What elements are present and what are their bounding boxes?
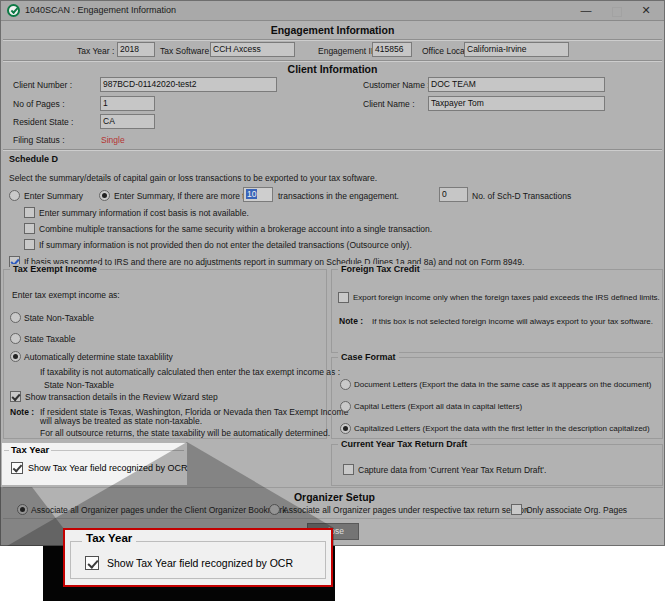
customer-name-field[interactable]: DOC TEAM bbox=[428, 77, 605, 92]
no-of-pages-field[interactable]: 1 bbox=[100, 96, 155, 111]
foreign-tax-credit-title: Foreign Tax Credit bbox=[338, 264, 423, 274]
show-transaction-details-label: Show transaction details in the Review W… bbox=[25, 392, 218, 402]
no-of-pages-label: No of Pages : bbox=[13, 99, 65, 109]
state-non-taxable-label: State Non-Taxable bbox=[24, 313, 94, 323]
state-non-taxable-radio[interactable] bbox=[10, 312, 21, 323]
maximize-icon bbox=[612, 7, 622, 17]
filing-status-value: Single bbox=[101, 135, 125, 145]
auto-determine-radio[interactable] bbox=[10, 351, 21, 362]
foreign-tax-note-label: Note : bbox=[339, 316, 363, 326]
foreign-tax-note-text: If this box is not selected foreign inco… bbox=[372, 317, 653, 326]
engagement-information-dialog: 1040SCAN : Engagement Information — ✕ En… bbox=[0, 0, 665, 546]
enter-summary-more-label: Enter Summary, If there are more than bbox=[114, 191, 259, 201]
callout-show-tax-year-ocr-checkbox[interactable] bbox=[85, 556, 99, 570]
client-information-header: Client Information bbox=[1, 63, 664, 75]
client-name-field[interactable]: Taxpayer Tom bbox=[428, 96, 605, 111]
close-window-button[interactable]: ✕ bbox=[634, 3, 658, 19]
resident-state-field[interactable]: CA bbox=[100, 114, 155, 129]
transaction-threshold-field[interactable]: 10 bbox=[243, 187, 273, 202]
resident-state-label: Resident State : bbox=[13, 117, 73, 127]
outsource-only-label: If summary information is not provided t… bbox=[39, 240, 412, 250]
tax-software-label: Tax Software : bbox=[160, 46, 214, 56]
tax-exempt-intro: Enter tax exempt income as: bbox=[12, 290, 120, 300]
current-year-draft-group: Current Year Tax Return Draft Capture da… bbox=[331, 444, 663, 486]
case-format-group: Case Format Document Letters (Export the… bbox=[331, 357, 663, 439]
auto-note-line1: If taxability is not automatically calcu… bbox=[40, 367, 340, 377]
cost-basis-checkbox-label: Enter summary information if cost basis … bbox=[39, 208, 249, 218]
tax-exempt-income-group: Tax Exempt Income Enter tax exempt incom… bbox=[3, 269, 327, 439]
window-title: 1040SCAN : Engagement Information bbox=[25, 5, 176, 15]
sch-d-transactions-label: No. of Sch-D Transactions bbox=[472, 191, 571, 201]
state-taxable-label: State Taxable bbox=[24, 334, 75, 344]
app-check-icon bbox=[7, 4, 20, 17]
organizer-respective-label: Associate all Organizer pages under resp… bbox=[283, 505, 529, 515]
tax-year-callout: Tax Year Show Tax Year field recognized … bbox=[63, 528, 333, 587]
capitalized-letters-label: Capitalized Letters (Export the data wit… bbox=[354, 424, 650, 433]
auto-determine-label: Automatically determine state taxablilit… bbox=[24, 352, 173, 362]
export-foreign-income-label: Export foreign income only when the fore… bbox=[353, 293, 660, 302]
tax-exempt-note-line3: For all outsource returns, the state tax… bbox=[40, 428, 330, 438]
case-format-title: Case Format bbox=[338, 352, 399, 362]
tax-exempt-income-title: Tax Exempt Income bbox=[10, 264, 100, 274]
client-number-label: Client Number : bbox=[13, 80, 72, 90]
schedule-d-intro: Select the summary/details of capital ga… bbox=[9, 173, 377, 183]
capital-letters-label: Capital Letters (Export all data in capi… bbox=[354, 402, 522, 411]
tax-year-label: Tax Year : bbox=[77, 46, 114, 56]
client-name-label: Client Name : bbox=[363, 99, 415, 109]
combine-transactions-checkbox[interactable] bbox=[24, 223, 35, 234]
tax-year-section-title: Tax Year bbox=[9, 444, 51, 455]
export-foreign-income-checkbox[interactable] bbox=[338, 292, 349, 303]
schedule-d-title: Schedule D bbox=[9, 154, 58, 164]
tax-year-field[interactable]: 2018 bbox=[117, 42, 155, 57]
screenshot-root: 1040SCAN : Engagement Information — ✕ En… bbox=[0, 0, 665, 609]
cost-basis-checkbox[interactable] bbox=[24, 207, 35, 218]
document-letters-label: Document Letters (Export the data in the… bbox=[354, 380, 652, 389]
engagement-id-field[interactable]: 415856 bbox=[372, 42, 412, 57]
client-number-field[interactable]: 987BCD-01142020-test2 bbox=[100, 77, 277, 92]
capture-draft-checkbox[interactable] bbox=[343, 464, 354, 475]
tax-exempt-note-label: Note : bbox=[10, 407, 34, 417]
enter-summary-radio-label: Enter Summary bbox=[24, 191, 83, 201]
only-org-pages-checkbox[interactable] bbox=[511, 504, 522, 515]
customer-name-label: Customer Name : bbox=[363, 80, 430, 90]
filing-status-label: Filing Status : bbox=[13, 135, 65, 145]
show-tax-year-ocr-checkbox[interactable] bbox=[11, 462, 23, 474]
office-location-field[interactable]: California-Irvine bbox=[464, 42, 569, 57]
document-letters-radio[interactable] bbox=[340, 379, 351, 390]
divider bbox=[3, 60, 662, 61]
capitalized-letters-radio[interactable] bbox=[340, 423, 351, 434]
only-org-pages-label: Only associate Org. Pages bbox=[526, 505, 627, 515]
callout-show-tax-year-ocr-label: Show Tax Year field recognized by OCR bbox=[107, 557, 293, 569]
foreign-tax-credit-group: Foreign Tax Credit Export foreign income… bbox=[331, 269, 663, 353]
auto-note-line2: State Non-Taxable bbox=[44, 380, 114, 390]
engagement-information-header: Engagement Information bbox=[1, 24, 664, 36]
callout-title: Tax Year bbox=[82, 532, 136, 544]
threshold-selected-text: 10 bbox=[246, 189, 257, 199]
tax-exempt-note-line2: will always be treated as state non-taxa… bbox=[40, 416, 202, 426]
tax-software-field[interactable]: CCH Axcess bbox=[210, 42, 295, 57]
combine-transactions-label: Combine multiple transactions for the sa… bbox=[39, 224, 432, 234]
capital-letters-radio[interactable] bbox=[340, 401, 351, 412]
enter-summary-more-label-post: transactions in the engagement. bbox=[278, 191, 399, 201]
capture-draft-label: Capture data from 'Current Year Tax Retu… bbox=[358, 465, 546, 475]
sch-d-transactions-field[interactable]: 0 bbox=[439, 187, 468, 202]
divider bbox=[3, 149, 662, 150]
state-taxable-radio[interactable] bbox=[10, 333, 21, 344]
show-transaction-details-checkbox[interactable] bbox=[10, 391, 21, 402]
outsource-only-checkbox[interactable] bbox=[24, 239, 35, 250]
enter-summary-radio[interactable] bbox=[9, 190, 20, 201]
maximize-button[interactable] bbox=[604, 3, 628, 19]
enter-summary-more-radio[interactable] bbox=[99, 190, 110, 201]
title-bar: 1040SCAN : Engagement Information — ✕ bbox=[1, 1, 664, 21]
current-year-draft-title: Current Year Tax Return Draft bbox=[338, 439, 470, 449]
minimize-button[interactable]: — bbox=[574, 3, 598, 19]
divider bbox=[3, 39, 662, 40]
